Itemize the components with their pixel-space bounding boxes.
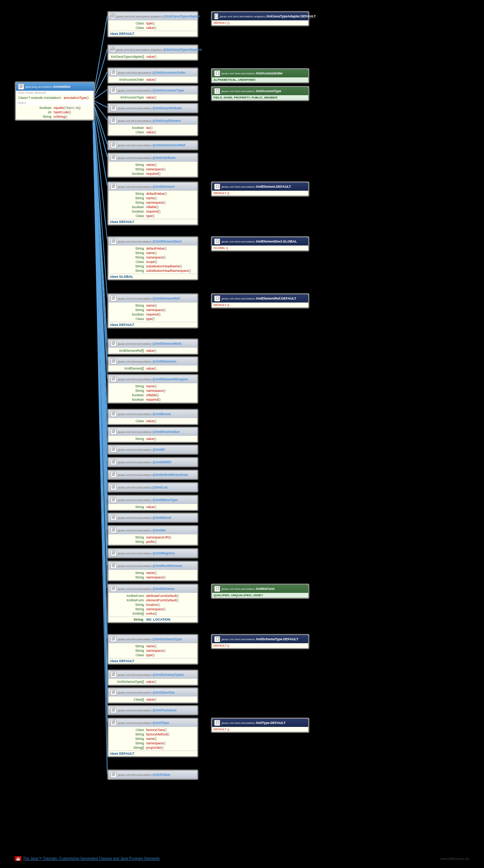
return-type: XmlNsForm <box>111 598 146 602</box>
class-box[interactable]: ▢javax.xml.bind.annotation.XmlElementRef… <box>211 293 309 308</box>
annotation-box[interactable]: @javax.xml.bind.annotation.@XmlAccessorT… <box>107 85 198 101</box>
annotation-box[interactable]: @javax.xml.bind.annotation.@XmlNsStringn… <box>107 525 198 546</box>
annotation-box[interactable]: @javax.xml.bind.annotation.@XmlSeeAlsoCl… <box>107 687 198 704</box>
enum-box[interactable]: ▢javax.xml.bind.annotation.XmlNsFormQUAL… <box>211 584 309 599</box>
annotation-box[interactable]: @javax.xml.bind.annotation.@XmlSchemaTyp… <box>107 670 198 686</box>
nested-class-label: class DEFAULT <box>108 31 197 36</box>
pkg-label: javax.xml.bind.annotation. <box>118 721 152 725</box>
method-name: elementFormDefault <box>146 598 177 602</box>
return-type: Class <box>111 130 146 134</box>
annotation-box[interactable]: @javax.xml.bind.annotation.@XmlAttribute… <box>107 153 198 178</box>
class-box[interactable]: ▢javax.xml.bind.annotation.XmlType.DEFAU… <box>211 718 309 733</box>
annotation-box[interactable]: @javax.xml.bind.annotation.@XmlInlineBin… <box>107 470 198 480</box>
annotation-box[interactable]: @javax.xml.bind.annotation.@XmlID <box>107 444 198 455</box>
return-type: String <box>111 732 146 736</box>
method-name: scope <box>146 260 155 264</box>
at-icon: @ <box>111 484 117 490</box>
enum-box[interactable]: ▢javax.xml.bind.annotation.XmlAccessType… <box>211 86 309 101</box>
annotation-box[interactable]: @javax.xml.bind.annotation.adapters.@Xml… <box>107 11 198 37</box>
annotation-box[interactable]: @javax.xml.bind.annotation.@XmlEnumClass… <box>107 409 198 425</box>
annotation-box[interactable]: @javax.xml.bind.annotation.@XmlMimeTypeS… <box>107 495 198 511</box>
svg-line-3 <box>93 90 107 100</box>
box-body: DEFAULT () <box>212 191 308 196</box>
annotation-box[interactable]: @javax.xml.bind.annotation.@XmlMixed <box>107 513 198 523</box>
pkg-label: javax.xml.bind.annotation. <box>118 240 152 243</box>
annotation-header: @javax.xml.bind.annotation.@XmlElements <box>108 357 197 365</box>
svg-line-24 <box>93 100 107 565</box>
annotation-box[interactable]: @javax.xml.bind.annotation.@XmlEnumValue… <box>107 427 198 443</box>
annotation-box[interactable]: @javax.xml.bind.annotation.@XmlSchemaTyp… <box>107 634 198 665</box>
method-row: Stringnamespace () <box>110 167 196 171</box>
return-type: Class <box>111 728 146 732</box>
annotation-box[interactable]: @javax.xml.bind.annotation.@XmlElementSt… <box>107 181 198 226</box>
return-type: String <box>111 167 146 171</box>
annotation-box[interactable]: @javax.xml.bind.annotation.@XmlValue <box>107 769 198 780</box>
annotation-box[interactable]: @javax.xml.bind.annotation.@XmlAnyAttrib… <box>107 103 198 113</box>
class-name: XmlAccessType <box>256 89 281 93</box>
annotation-box[interactable]: @javax.xml.bind.annotation.@XmlAnyElemen… <box>107 116 198 136</box>
pkg-label: javax.xml.bind.annotation. <box>118 119 152 123</box>
annotation-box[interactable]: @javax.xml.bind.annotation.@XmlAttachmen… <box>107 140 198 150</box>
method-name: value <box>146 96 154 99</box>
svg-line-13 <box>93 100 107 378</box>
pkg-label: javax.xml.bind.annotation. <box>118 461 152 464</box>
annotation-name: @XmlElementRefs <box>152 342 182 345</box>
connector-lines <box>0 0 484 868</box>
annotation-header: @javax.xml.bind.annotation.@XmlType <box>108 719 197 727</box>
return-type: String <box>111 649 146 652</box>
annotation-box[interactable]: @javax.xml.bind.annotation.@XmlAccessorO… <box>107 67 198 84</box>
annotation-body: ClassfactoryClass ()StringfactoryMethod … <box>108 727 197 751</box>
annotation-name: @XmlSchemaTypes <box>152 673 184 677</box>
method-row: booleannillable () <box>110 393 196 397</box>
pkg-label: javax.xml.bind.annotation. <box>118 342 152 345</box>
class-annotation[interactable]: @ java.lang.annotation.Annotation Other … <box>15 81 95 121</box>
method-row: booleanlax () <box>110 126 196 130</box>
annotation-box[interactable]: @javax.xml.bind.annotation.adapters.@Xml… <box>107 44 198 61</box>
method-row: booleannillable () <box>110 205 196 209</box>
annotation-body: XmlAccessOrdervalue () <box>108 77 197 83</box>
annotation-name: @XmlIDREF <box>152 460 172 464</box>
annotation-box[interactable]: @javax.xml.bind.annotation.@XmlElementDe… <box>107 236 198 280</box>
annotation-name: @XmlEnumValue <box>152 430 180 434</box>
annotation-header: @javax.xml.bind.annotation.@XmlSchemaTyp… <box>108 635 197 643</box>
at-icon: @ <box>111 70 117 76</box>
annotation-box[interactable]: @javax.xml.bind.annotation.@XmlRegistry <box>107 548 198 558</box>
footer-link[interactable]: ☕The Java™ Tutorials: Customizing Genera… <box>15 857 160 861</box>
annotation-box[interactable]: @javax.xml.bind.annotation.@XmlElementWr… <box>107 374 198 404</box>
pkg-label: javax.xml.bind.annotation. <box>118 185 152 188</box>
class-name: XmlElementDecl.GLOBAL <box>256 240 297 243</box>
class-box[interactable]: ▢javax.xml.bind.annotation.XmlSchemaType… <box>211 634 309 649</box>
annotation-box[interactable]: @javax.xml.bind.annotation.@XmlElementRe… <box>107 338 198 355</box>
class-icon: ▢ <box>214 184 220 190</box>
annotation-name: @XmlEnum <box>152 412 171 416</box>
at-icon: @ <box>111 296 117 301</box>
annotation-box[interactable]: @javax.xml.bind.annotation.@XmlRootEleme… <box>107 561 198 581</box>
method-name: value <box>147 55 155 59</box>
svg-line-17 <box>93 100 107 461</box>
svg-line-20 <box>93 100 107 499</box>
class-box[interactable]: ▢javax.xml.bind.annotation.XmlElementDec… <box>211 236 309 251</box>
box-header: ▢javax.xml.bind.annotation.adapters.XmlJ… <box>212 12 308 20</box>
box-body: DEFAULT () <box>212 20 308 25</box>
annotation-box[interactable]: @javax.xml.bind.annotation.@XmlTransient <box>107 705 198 715</box>
pkg-label: javax.xml.bind.annotation. <box>118 516 152 520</box>
method-row: Stringnamespace () <box>110 607 196 611</box>
annotation-name: @XmlAccessorOrder <box>152 71 186 74</box>
return-type: String <box>111 247 146 250</box>
class-box[interactable]: ▢javax.xml.bind.annotation.XmlElement.DE… <box>211 181 309 197</box>
method-row: Stringvalue () <box>110 505 196 509</box>
annotation-header: @javax.xml.bind.annotation.@XmlElement <box>108 183 197 191</box>
annotation-box[interactable]: @javax.xml.bind.annotation.@XmlList <box>107 482 198 493</box>
annotation-box[interactable]: @javax.xml.bind.annotation.@XmlElementsX… <box>107 356 198 373</box>
class-box[interactable]: ▢javax.xml.bind.annotation.adapters.XmlJ… <box>211 11 309 26</box>
annotation-body: XmlSchemaType[]value () <box>108 679 197 685</box>
return-type: String[] <box>111 746 146 750</box>
annotation-box[interactable]: @javax.xml.bind.annotation.@XmlIDREF <box>107 457 198 467</box>
enum-box[interactable]: ▢javax.xml.bind.annotation.XmlAccessOrde… <box>211 68 309 83</box>
svg-line-12 <box>93 100 107 361</box>
return-type: String <box>111 540 146 544</box>
annotation-box[interactable]: @javax.xml.bind.annotation.@XmlTypeClass… <box>107 718 198 757</box>
annotation-box[interactable]: @javax.xml.bind.annotation.@XmlSchemaXml… <box>107 584 198 623</box>
pkg-label: javax.xml.bind.annotation. <box>222 587 256 591</box>
annotation-box[interactable]: @javax.xml.bind.annotation.@XmlElementRe… <box>107 293 198 328</box>
